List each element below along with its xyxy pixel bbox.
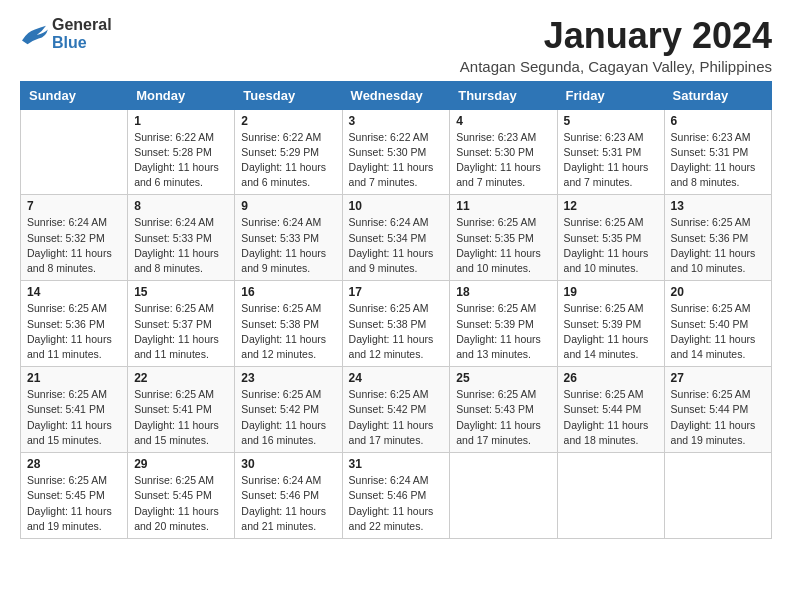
day-info: Sunrise: 6:25 AMSunset: 5:39 PMDaylight:…: [456, 301, 550, 362]
day-info: Sunrise: 6:25 AMSunset: 5:45 PMDaylight:…: [27, 473, 121, 534]
calendar-subtitle: Antagan Segunda, Cagayan Valley, Philipp…: [460, 58, 772, 75]
calendar-cell: 4Sunrise: 6:23 AMSunset: 5:30 PMDaylight…: [450, 109, 557, 195]
week-row-4: 21Sunrise: 6:25 AMSunset: 5:41 PMDayligh…: [21, 367, 772, 453]
calendar-cell: [21, 109, 128, 195]
day-number: 31: [349, 457, 444, 471]
day-info: Sunrise: 6:22 AMSunset: 5:29 PMDaylight:…: [241, 130, 335, 191]
day-info: Sunrise: 6:24 AMSunset: 5:46 PMDaylight:…: [349, 473, 444, 534]
calendar-cell: 17Sunrise: 6:25 AMSunset: 5:38 PMDayligh…: [342, 281, 450, 367]
day-info: Sunrise: 6:25 AMSunset: 5:38 PMDaylight:…: [349, 301, 444, 362]
day-number: 25: [456, 371, 550, 385]
calendar-cell: 12Sunrise: 6:25 AMSunset: 5:35 PMDayligh…: [557, 195, 664, 281]
day-number: 4: [456, 114, 550, 128]
logo-bird-icon: [20, 22, 48, 46]
day-info: Sunrise: 6:25 AMSunset: 5:37 PMDaylight:…: [134, 301, 228, 362]
column-header-friday: Friday: [557, 81, 664, 109]
day-number: 24: [349, 371, 444, 385]
calendar-cell: 5Sunrise: 6:23 AMSunset: 5:31 PMDaylight…: [557, 109, 664, 195]
column-header-monday: Monday: [128, 81, 235, 109]
calendar-cell: 8Sunrise: 6:24 AMSunset: 5:33 PMDaylight…: [128, 195, 235, 281]
day-number: 18: [456, 285, 550, 299]
calendar-cell: 30Sunrise: 6:24 AMSunset: 5:46 PMDayligh…: [235, 453, 342, 539]
calendar-cell: 10Sunrise: 6:24 AMSunset: 5:34 PMDayligh…: [342, 195, 450, 281]
day-number: 26: [564, 371, 658, 385]
day-number: 3: [349, 114, 444, 128]
day-info: Sunrise: 6:25 AMSunset: 5:39 PMDaylight:…: [564, 301, 658, 362]
day-number: 16: [241, 285, 335, 299]
day-number: 9: [241, 199, 335, 213]
day-number: 30: [241, 457, 335, 471]
calendar-cell: 2Sunrise: 6:22 AMSunset: 5:29 PMDaylight…: [235, 109, 342, 195]
day-number: 19: [564, 285, 658, 299]
calendar-cell: 15Sunrise: 6:25 AMSunset: 5:37 PMDayligh…: [128, 281, 235, 367]
day-info: Sunrise: 6:23 AMSunset: 5:30 PMDaylight:…: [456, 130, 550, 191]
day-info: Sunrise: 6:24 AMSunset: 5:32 PMDaylight:…: [27, 215, 121, 276]
day-info: Sunrise: 6:24 AMSunset: 5:46 PMDaylight:…: [241, 473, 335, 534]
day-number: 12: [564, 199, 658, 213]
day-info: Sunrise: 6:25 AMSunset: 5:44 PMDaylight:…: [564, 387, 658, 448]
day-info: Sunrise: 6:25 AMSunset: 5:41 PMDaylight:…: [134, 387, 228, 448]
column-header-thursday: Thursday: [450, 81, 557, 109]
column-header-wednesday: Wednesday: [342, 81, 450, 109]
calendar-cell: 14Sunrise: 6:25 AMSunset: 5:36 PMDayligh…: [21, 281, 128, 367]
day-info: Sunrise: 6:24 AMSunset: 5:33 PMDaylight:…: [241, 215, 335, 276]
day-info: Sunrise: 6:22 AMSunset: 5:30 PMDaylight:…: [349, 130, 444, 191]
day-info: Sunrise: 6:25 AMSunset: 5:36 PMDaylight:…: [27, 301, 121, 362]
day-number: 8: [134, 199, 228, 213]
day-info: Sunrise: 6:25 AMSunset: 5:40 PMDaylight:…: [671, 301, 765, 362]
calendar-cell: 23Sunrise: 6:25 AMSunset: 5:42 PMDayligh…: [235, 367, 342, 453]
day-info: Sunrise: 6:25 AMSunset: 5:35 PMDaylight:…: [564, 215, 658, 276]
calendar-cell: 13Sunrise: 6:25 AMSunset: 5:36 PMDayligh…: [664, 195, 771, 281]
calendar-cell: 7Sunrise: 6:24 AMSunset: 5:32 PMDaylight…: [21, 195, 128, 281]
day-info: Sunrise: 6:23 AMSunset: 5:31 PMDaylight:…: [564, 130, 658, 191]
column-header-sunday: Sunday: [21, 81, 128, 109]
day-info: Sunrise: 6:25 AMSunset: 5:45 PMDaylight:…: [134, 473, 228, 534]
day-info: Sunrise: 6:25 AMSunset: 5:42 PMDaylight:…: [241, 387, 335, 448]
week-row-3: 14Sunrise: 6:25 AMSunset: 5:36 PMDayligh…: [21, 281, 772, 367]
day-info: Sunrise: 6:24 AMSunset: 5:34 PMDaylight:…: [349, 215, 444, 276]
day-info: Sunrise: 6:24 AMSunset: 5:33 PMDaylight:…: [134, 215, 228, 276]
calendar-cell: 9Sunrise: 6:24 AMSunset: 5:33 PMDaylight…: [235, 195, 342, 281]
day-number: 28: [27, 457, 121, 471]
calendar-cell: 6Sunrise: 6:23 AMSunset: 5:31 PMDaylight…: [664, 109, 771, 195]
day-number: 15: [134, 285, 228, 299]
day-number: 1: [134, 114, 228, 128]
calendar-cell: [557, 453, 664, 539]
calendar-cell: 25Sunrise: 6:25 AMSunset: 5:43 PMDayligh…: [450, 367, 557, 453]
day-number: 23: [241, 371, 335, 385]
day-info: Sunrise: 6:25 AMSunset: 5:38 PMDaylight:…: [241, 301, 335, 362]
column-header-saturday: Saturday: [664, 81, 771, 109]
day-number: 20: [671, 285, 765, 299]
day-number: 27: [671, 371, 765, 385]
day-info: Sunrise: 6:23 AMSunset: 5:31 PMDaylight:…: [671, 130, 765, 191]
day-number: 17: [349, 285, 444, 299]
column-header-tuesday: Tuesday: [235, 81, 342, 109]
calendar-cell: 16Sunrise: 6:25 AMSunset: 5:38 PMDayligh…: [235, 281, 342, 367]
calendar-cell: 3Sunrise: 6:22 AMSunset: 5:30 PMDaylight…: [342, 109, 450, 195]
calendar-title: January 2024: [460, 16, 772, 56]
day-number: 14: [27, 285, 121, 299]
day-number: 22: [134, 371, 228, 385]
day-number: 2: [241, 114, 335, 128]
day-info: Sunrise: 6:22 AMSunset: 5:28 PMDaylight:…: [134, 130, 228, 191]
day-number: 6: [671, 114, 765, 128]
calendar-cell: 11Sunrise: 6:25 AMSunset: 5:35 PMDayligh…: [450, 195, 557, 281]
calendar-cell: 1Sunrise: 6:22 AMSunset: 5:28 PMDaylight…: [128, 109, 235, 195]
calendar-cell: 31Sunrise: 6:24 AMSunset: 5:46 PMDayligh…: [342, 453, 450, 539]
calendar-cell: 24Sunrise: 6:25 AMSunset: 5:42 PMDayligh…: [342, 367, 450, 453]
day-number: 11: [456, 199, 550, 213]
calendar-cell: 20Sunrise: 6:25 AMSunset: 5:40 PMDayligh…: [664, 281, 771, 367]
day-info: Sunrise: 6:25 AMSunset: 5:35 PMDaylight:…: [456, 215, 550, 276]
page-header: General Blue January 2024 Antagan Segund…: [20, 16, 772, 75]
week-row-2: 7Sunrise: 6:24 AMSunset: 5:32 PMDaylight…: [21, 195, 772, 281]
day-info: Sunrise: 6:25 AMSunset: 5:43 PMDaylight:…: [456, 387, 550, 448]
day-number: 21: [27, 371, 121, 385]
day-number: 29: [134, 457, 228, 471]
calendar-cell: 28Sunrise: 6:25 AMSunset: 5:45 PMDayligh…: [21, 453, 128, 539]
title-area: January 2024 Antagan Segunda, Cagayan Va…: [460, 16, 772, 75]
logo: General Blue: [20, 16, 112, 51]
calendar-cell: 21Sunrise: 6:25 AMSunset: 5:41 PMDayligh…: [21, 367, 128, 453]
week-row-5: 28Sunrise: 6:25 AMSunset: 5:45 PMDayligh…: [21, 453, 772, 539]
day-number: 7: [27, 199, 121, 213]
day-info: Sunrise: 6:25 AMSunset: 5:42 PMDaylight:…: [349, 387, 444, 448]
